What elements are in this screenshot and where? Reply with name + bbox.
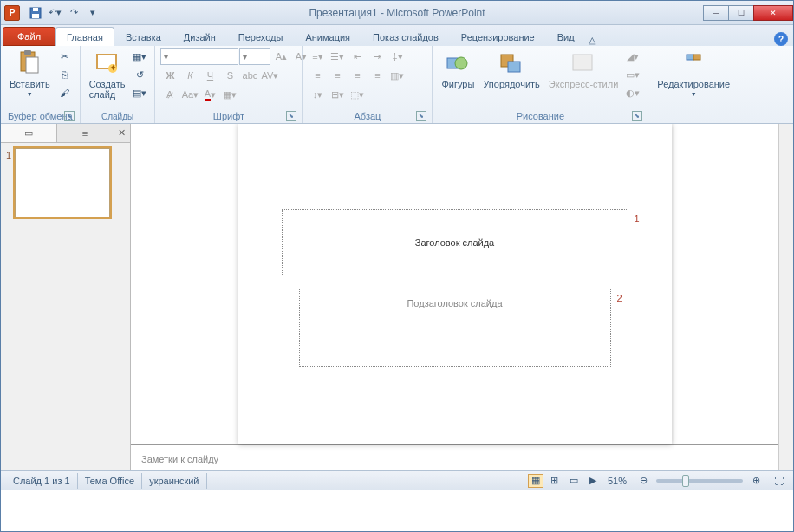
- increase-indent-button[interactable]: ⇥: [368, 48, 387, 65]
- theme-status[interactable]: Тема Office: [78, 473, 143, 489]
- highlight-button[interactable]: ▦▾: [220, 86, 239, 103]
- tab-view[interactable]: Вид: [546, 27, 586, 46]
- drawing-launcher[interactable]: ⬊: [632, 111, 642, 121]
- outline-tab[interactable]: ≡: [57, 124, 113, 142]
- font-launcher[interactable]: ⬊: [286, 111, 296, 121]
- qat-more-button[interactable]: ▾: [84, 4, 101, 22]
- align-left-button[interactable]: ≡: [308, 67, 327, 84]
- slideshow-view-button[interactable]: ▶: [585, 474, 601, 488]
- quick-styles-button[interactable]: Экспресс-стили: [545, 48, 622, 91]
- slide-counter[interactable]: Слайд 1 из 1: [6, 473, 78, 489]
- title-placeholder[interactable]: Заголовок слайда 1: [282, 209, 628, 276]
- svg-rect-2: [33, 8, 38, 11]
- zoom-slider[interactable]: [656, 479, 743, 483]
- columns-button[interactable]: ▥▾: [387, 67, 407, 84]
- zoom-level[interactable]: 51%: [608, 476, 627, 486]
- text-direction-button[interactable]: ↕▾: [308, 86, 327, 103]
- paragraph-label: Абзац⬊: [308, 109, 426, 123]
- vertical-scrollbar[interactable]: [778, 124, 793, 470]
- placeholder-marker: 2: [616, 293, 622, 303]
- justify-button[interactable]: ≡: [368, 67, 387, 84]
- canvas-scroll[interactable]: Заголовок слайда 1 Подзаголовок слайда 2: [131, 124, 778, 444]
- panel-close-button[interactable]: ✕: [113, 124, 130, 142]
- styles-icon: [569, 49, 597, 77]
- undo-button[interactable]: ↶▾: [46, 4, 63, 22]
- copy-button[interactable]: ⎘: [55, 66, 75, 83]
- help-button[interactable]: ?: [774, 32, 788, 46]
- minimize-button[interactable]: ─: [703, 5, 729, 21]
- arrange-button[interactable]: Упорядочить: [479, 48, 543, 91]
- change-case-button[interactable]: Aa▾: [180, 86, 199, 103]
- window-title: Презентация1 - Microsoft PowerPoint: [309, 7, 485, 19]
- cut-button[interactable]: ✂: [55, 48, 75, 65]
- align-text-button[interactable]: ⊟▾: [328, 86, 347, 103]
- tab-slideshow[interactable]: Показ слайдов: [361, 27, 450, 46]
- shape-effects-button[interactable]: ◐▾: [623, 84, 642, 101]
- new-slide-button[interactable]: ✦ Создать слайд: [86, 48, 129, 101]
- zoom-out-button[interactable]: ⊖: [634, 472, 653, 490]
- layout-button[interactable]: ▦▾: [130, 48, 149, 65]
- slides-tab[interactable]: ▭: [1, 124, 57, 142]
- thumb-number: 1: [6, 148, 11, 217]
- zoom-thumb[interactable]: [682, 475, 689, 487]
- fit-button[interactable]: ⛶: [769, 472, 788, 490]
- redo-button[interactable]: ↷: [65, 4, 82, 22]
- editing-button[interactable]: Редактирование ▼: [654, 48, 733, 99]
- tab-insert[interactable]: Вставка: [114, 27, 172, 46]
- shape-outline-button[interactable]: ▭▾: [623, 66, 642, 83]
- normal-view-button[interactable]: ▦: [528, 474, 543, 488]
- underline-button[interactable]: Ч: [200, 67, 219, 84]
- grow-font-button[interactable]: A▴: [271, 48, 290, 65]
- maximize-button[interactable]: ☐: [728, 5, 754, 21]
- tab-home[interactable]: Главная: [55, 27, 114, 46]
- window-controls: ─ ☐ ✕: [704, 5, 793, 21]
- font-label: Шрифт⬊: [160, 109, 296, 123]
- reset-button[interactable]: ↺: [130, 66, 149, 83]
- reading-view-button[interactable]: ▭: [566, 474, 582, 488]
- minimize-ribbon-button[interactable]: △: [586, 34, 598, 46]
- tab-animations[interactable]: Анимация: [294, 27, 361, 46]
- tab-transitions[interactable]: Переходы: [227, 27, 295, 46]
- clipboard-icon: [16, 49, 43, 77]
- align-center-button[interactable]: ≡: [328, 67, 347, 84]
- notes-pane[interactable]: Заметки к слайду: [131, 444, 778, 470]
- tab-review[interactable]: Рецензирование: [450, 27, 546, 46]
- paste-button[interactable]: Вставить ▼: [6, 48, 54, 99]
- slide[interactable]: Заголовок слайда 1 Подзаголовок слайда 2: [238, 124, 672, 444]
- paragraph-launcher[interactable]: ⬊: [416, 111, 426, 121]
- slide-thumbnail[interactable]: [15, 148, 110, 217]
- close-button[interactable]: ✕: [753, 5, 793, 21]
- decrease-indent-button[interactable]: ⇤: [348, 48, 367, 65]
- shadow-button[interactable]: abc: [240, 67, 259, 84]
- zoom-area: ▦ ⊞ ▭ ▶ 51% ⊖ ⊕ ⛶: [528, 472, 788, 490]
- svg-rect-5: [26, 57, 38, 73]
- sorter-view-button[interactable]: ⊞: [547, 474, 563, 488]
- bullets-button[interactable]: ≡▾: [308, 48, 327, 65]
- numbering-button[interactable]: ☰▾: [328, 48, 347, 65]
- clipboard-launcher[interactable]: ⬊: [64, 111, 75, 121]
- font-family-combo[interactable]: ▾: [160, 48, 238, 65]
- font-size-combo[interactable]: ▾: [239, 48, 270, 65]
- bold-button[interactable]: Ж: [160, 67, 179, 84]
- slides-label: Слайды: [86, 110, 150, 123]
- smartart-button[interactable]: ⬚▾: [348, 86, 367, 103]
- subtitle-placeholder[interactable]: Подзаголовок слайда 2: [299, 289, 611, 367]
- section-button[interactable]: ▤▾: [130, 84, 149, 101]
- line-spacing-button[interactable]: ‡▾: [387, 48, 407, 65]
- align-right-button[interactable]: ≡: [348, 67, 367, 84]
- zoom-in-button[interactable]: ⊕: [746, 472, 765, 490]
- font-color-button[interactable]: A▾: [200, 86, 219, 103]
- strike-button[interactable]: S: [220, 67, 239, 84]
- language-status[interactable]: украинский: [142, 473, 206, 489]
- italic-button[interactable]: К: [180, 67, 199, 84]
- format-painter-button[interactable]: 🖌: [55, 84, 75, 101]
- clear-format-button[interactable]: A̷: [160, 86, 179, 103]
- spacing-button[interactable]: AV▾: [260, 67, 279, 84]
- shapes-button[interactable]: Фигуры: [438, 48, 478, 91]
- save-button[interactable]: [27, 4, 44, 22]
- file-tab[interactable]: Файл: [3, 27, 55, 46]
- thumb-item[interactable]: 1: [6, 148, 125, 217]
- arrange-label: Упорядочить: [483, 79, 539, 89]
- shape-fill-button[interactable]: ◢▾: [623, 48, 642, 65]
- tab-design[interactable]: Дизайн: [172, 27, 227, 46]
